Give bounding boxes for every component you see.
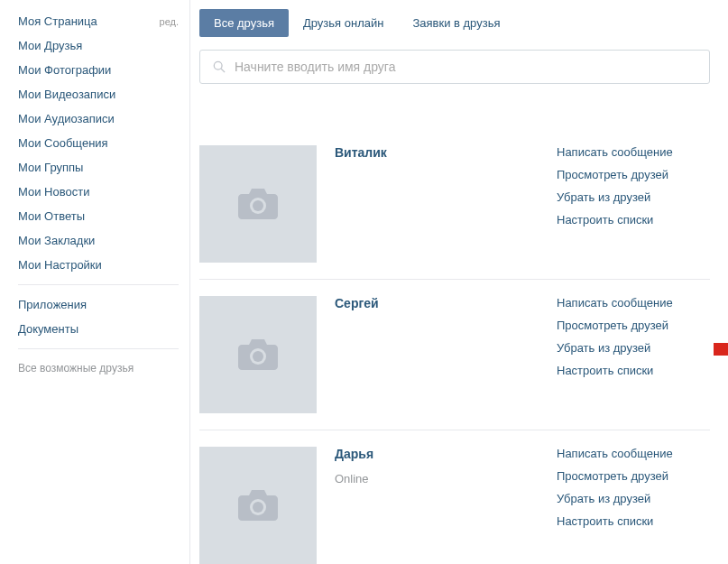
- camera-icon: [235, 185, 281, 223]
- svg-point-5: [253, 351, 263, 362]
- svg-marker-6: [714, 334, 728, 365]
- action-configure-lists[interactable]: Настроить списки: [557, 514, 710, 528]
- sidebar-item-label: Мои Сообщения: [18, 136, 108, 150]
- arrow-right-icon: [714, 334, 728, 365]
- friend-name[interactable]: Дарья: [335, 447, 539, 461]
- sidebar-item-label: Мои Ответы: [18, 209, 85, 223]
- svg-point-8: [253, 502, 263, 513]
- tabs: Все друзья Друзья онлайн Заявки в друзья: [199, 9, 710, 37]
- sidebar-item-label: Моя Страница: [18, 14, 97, 28]
- sidebar-item-label: Документы: [18, 322, 78, 336]
- search-box[interactable]: [199, 50, 710, 84]
- sidebar-item-groups[interactable]: Мои Группы: [18, 155, 189, 180]
- sidebar-item-news[interactable]: Мои Новости: [18, 180, 189, 204]
- action-remove-friend[interactable]: Убрать из друзей: [557, 341, 710, 355]
- search-icon: [213, 60, 226, 73]
- friend-status: Online: [335, 472, 539, 485]
- avatar[interactable]: [199, 296, 317, 413]
- sidebar-edit-link[interactable]: ред.: [160, 16, 179, 27]
- camera-icon: [235, 336, 281, 374]
- sidebar-item-settings[interactable]: Мои Настройки: [18, 253, 189, 277]
- sidebar-item-photos[interactable]: Мои Фотографии: [18, 58, 189, 82]
- friend-row: Дарья Online Написать сообщение Просмотр…: [199, 430, 710, 564]
- sidebar-item-label: Мои Аудиозаписи: [18, 112, 115, 125]
- svg-point-3: [253, 200, 263, 211]
- action-message[interactable]: Написать сообщение: [557, 296, 710, 310]
- sidebar-item-label: Приложения: [18, 298, 87, 311]
- friend-actions: Написать сообщение Просмотреть друзей Уб…: [557, 447, 710, 564]
- sidebar-item-label: Мои Друзья: [18, 39, 82, 52]
- main-content: Все друзья Друзья онлайн Заявки в друзья…: [189, 0, 728, 564]
- action-message[interactable]: Написать сообщение: [557, 145, 710, 159]
- sidebar-item-label: Мои Настройки: [18, 258, 102, 272]
- friend-info: Виталик: [335, 145, 539, 263]
- friend-row: Сергей Написать сообщение Просмотреть др…: [199, 280, 710, 430]
- sidebar-item-label: Мои Видеозаписи: [18, 88, 115, 101]
- friend-actions: Написать сообщение Просмотреть друзей Уб…: [557, 145, 710, 263]
- sidebar-item-bookmarks[interactable]: Мои Закладки: [18, 228, 189, 253]
- sidebar-item-label: Мои Закладки: [18, 234, 95, 247]
- sidebar-item-apps[interactable]: Приложения: [18, 292, 189, 317]
- friend-row: Виталик Написать сообщение Просмотреть д…: [199, 129, 710, 280]
- action-view-friends[interactable]: Просмотреть друзей: [557, 469, 710, 483]
- sidebar-divider: [18, 284, 179, 285]
- action-remove-friend[interactable]: Убрать из друзей: [557, 190, 710, 204]
- svg-point-0: [214, 61, 222, 69]
- avatar[interactable]: [199, 447, 317, 564]
- sidebar: Моя Страница ред. Мои Друзья Мои Фотогра…: [0, 0, 189, 564]
- sidebar-item-audio[interactable]: Мои Аудиозаписи: [18, 106, 189, 131]
- sidebar-possible-friends[interactable]: Все возможные друзья: [18, 356, 189, 380]
- sidebar-item-label: Мои Группы: [18, 161, 83, 174]
- tab-all-friends[interactable]: Все друзья: [199, 9, 289, 37]
- search-input[interactable]: [235, 60, 696, 74]
- sidebar-item-videos[interactable]: Мои Видеозаписи: [18, 82, 189, 106]
- action-view-friends[interactable]: Просмотреть друзей: [557, 319, 710, 332]
- action-configure-lists[interactable]: Настроить списки: [557, 364, 710, 377]
- action-message[interactable]: Написать сообщение: [557, 447, 710, 460]
- friend-name[interactable]: Виталик: [335, 145, 539, 160]
- action-configure-lists[interactable]: Настроить списки: [557, 213, 710, 227]
- friend-name[interactable]: Сергей: [335, 296, 539, 310]
- sidebar-item-label: Мои Новости: [18, 185, 89, 199]
- sidebar-item-documents[interactable]: Документы: [18, 317, 189, 341]
- sidebar-item-answers[interactable]: Мои Ответы: [18, 204, 189, 228]
- action-remove-friend[interactable]: Убрать из друзей: [557, 492, 710, 505]
- sidebar-item-my-page[interactable]: Моя Страница ред.: [18, 9, 189, 33]
- action-view-friends[interactable]: Просмотреть друзей: [557, 168, 710, 181]
- avatar[interactable]: [199, 145, 317, 263]
- camera-icon: [235, 486, 281, 524]
- sidebar-item-messages[interactable]: Мои Сообщения: [18, 131, 189, 155]
- svg-line-1: [221, 69, 225, 72]
- tab-friend-requests[interactable]: Заявки в друзья: [398, 9, 514, 37]
- sidebar-item-label: Мои Фотографии: [18, 63, 111, 77]
- sidebar-divider: [18, 348, 179, 349]
- friend-actions: Написать сообщение Просмотреть друзей Уб…: [557, 296, 710, 413]
- friend-info: Сергей: [335, 296, 539, 413]
- tab-online-friends[interactable]: Друзья онлайн: [289, 9, 398, 37]
- sidebar-item-friends[interactable]: Мои Друзья: [18, 33, 189, 58]
- friend-info: Дарья Online: [335, 447, 539, 564]
